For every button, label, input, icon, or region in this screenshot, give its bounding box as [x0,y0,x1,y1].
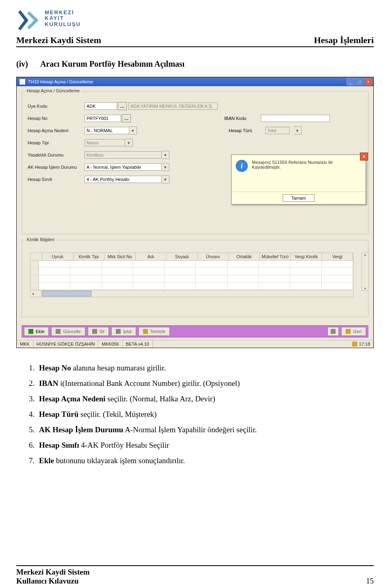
chevron-down-icon[interactable]: ▾ [294,126,301,135]
lookup-hesap-no-button[interactable]: … [122,114,131,122]
step-item: Hesap No alanına hesap numarası girilir. [37,360,374,376]
chevron-down-icon[interactable]: ▾ [162,163,169,171]
window-title: TH10 Hesap Açma / Güncelleme [28,79,93,84]
horizontal-scrollbar[interactable]: ◂ [30,290,353,297]
page-header-bar: Merkezi Kaydi Sistem Hesap İşlemleri [16,35,374,47]
section-number: (iv) [16,59,28,69]
select-hesap-tipi[interactable]: Nama [84,139,125,146]
label-hesap-no: Hesap No [28,116,84,121]
label-uye-kodu: Üye Kodu [28,104,84,109]
footer-line1: Merkezi Kaydi Sistem [16,568,89,577]
temizle-button[interactable]: Temizle [139,327,170,336]
grid-header: Adı [136,253,167,261]
grid-header: Ünvanı [198,253,229,261]
svg-marker-1 [27,11,39,29]
grid-header: Vergi [322,253,353,261]
label-yasaklilik: Yasaklılık Durumu [28,152,84,157]
status-cell: MKK056 [98,340,122,348]
sil-button[interactable]: Sil [88,327,109,336]
label-ak-islem: AK Hesap İşlem Durumu [28,165,84,170]
grid-header-row: Uyruk Kimlik Tipi Mkk Sicil No Adı Soyad… [30,253,353,261]
refresh-icon [56,329,61,334]
select-hesap-sinifi[interactable]: 4 - AK Portföy Hesabı [84,176,162,183]
input-hesap-no[interactable]: PRTFY001 [84,115,121,122]
close-button[interactable]: × [364,78,373,85]
brand-logo [16,8,41,33]
fieldset-legend: Hesap Açma / Güncelleme [25,88,81,93]
grid-header: Mükellef Türü [260,253,291,261]
section-heading: (iv) Aracı Kurum Portföy Hesabının Açılm… [16,59,374,69]
action-bar: Ekle Güncelle Sil İptal Temizle Geri [22,325,368,338]
grid-header: Mkk Sicil No [104,253,136,261]
print-button[interactable] [327,327,339,336]
svg-marker-0 [18,10,28,30]
grid-row[interactable] [30,283,353,290]
footer-line2: Kullanıcı Kılavuzu [16,577,89,586]
grid-row[interactable] [30,275,353,283]
iptal-button[interactable]: İptal [111,327,136,336]
brand-line1: MERKEZİ [45,10,81,15]
step-item: Ekle butonunu tıklayarak işlem sonuçland… [37,453,374,468]
step-item: Hesap Açma Nedeni seçilir. (Normal, Halk… [37,391,374,407]
chevron-down-icon[interactable]: ▾ [162,175,169,183]
grid-header: Soyadı [167,253,198,261]
popup-ok-button[interactable]: Tamam [283,194,314,202]
window-titlebar: TH10 Hesap Açma / Güncelleme _ □ × [17,77,373,86]
chevron-down-icon[interactable]: ▾ [162,151,169,159]
lock-icon [352,342,357,346]
input-uye-kodu[interactable]: ADK [84,102,117,110]
label-hesap-tipi: Hesap Tipi [28,140,84,145]
maximize-button[interactable]: □ [355,78,364,85]
label-hesap-acma-nedeni: Hesap Açma Nedeni [28,128,84,133]
page-number: 15 [366,577,374,586]
status-time: 17:18 [349,340,373,348]
chevron-down-icon[interactable]: ▾ [129,126,137,135]
step-item: IBAN i(International Bank Account Number… [37,376,374,391]
status-cell [153,340,349,348]
ekle-button[interactable]: Ekle [24,327,49,336]
select-hesap-turu[interactable]: Tekil [265,127,290,134]
label-iban-kodu: IBAN Kodu [224,116,257,121]
vertical-scrollbar[interactable]: ▴▾ [362,253,369,291]
app-window: TH10 Hesap Açma / Güncelleme _ □ × Hesap… [16,77,374,348]
geri-button[interactable]: Geri [341,327,366,336]
print-icon [331,329,336,334]
page-footer: Merkezi Kaydi Sistem Kullanıcı Kılavuzu … [16,565,374,586]
delete-icon [92,329,97,334]
label-hesap-turu: Hesap Türü [229,128,261,133]
grid-row[interactable] [30,261,353,268]
select-hesap-acma-nedeni[interactable]: N - NORMAL [84,127,129,134]
popup-close-button[interactable]: × [360,152,368,161]
info-icon: i [236,160,248,172]
clear-icon [143,329,148,334]
grid-corner [30,253,42,261]
steps-list: Hesap No alanına hesap numarası girilir.… [37,360,374,468]
brand-line2: KAYIT [45,15,81,21]
brand-line3: KURULUŞU [45,22,81,27]
select-ak-islem[interactable]: A - Normal, İşlem Yapılabilir [84,163,162,171]
grid-header: Uyruk [42,253,74,261]
step-item: Hesap Türü seçilir. (Tekil, Müşterek) [37,407,374,422]
chevron-down-icon[interactable]: ▾ [125,139,133,147]
back-icon [346,329,351,334]
header-right: Hesap İşlemleri [314,35,374,46]
cancel-icon [116,329,121,334]
lookup-uye-kodu-button[interactable]: … [118,102,127,110]
app-icon [19,78,26,85]
display-uye-adi: ADA YATIRIM MENKUL DEĞERLER A.Ş. [128,102,218,110]
select-yasaklilik[interactable]: Kimliksiz [84,151,162,159]
minimize-button[interactable]: _ [347,78,355,85]
brand-header: MERKEZİ KAYIT KURULUŞU [16,8,374,33]
add-icon [28,329,33,334]
input-iban-kodu[interactable] [261,115,330,122]
grid-header: Kimlik Tipi [74,253,105,261]
grid-row[interactable] [30,268,353,275]
section-title: Aracı Kurum Portföy Hesabının Açılması [40,59,185,69]
guncelle-button[interactable]: Güncelle [51,327,85,336]
grid-header: Vergi Kimlik [291,253,322,261]
brand-text: MERKEZİ KAYIT KURULUŞU [45,10,81,27]
header-left: Merkezi Kaydi Sistem [16,35,101,46]
label-hesap-sinifi: Hesap Sınıfı [28,177,84,182]
fieldset2-legend: Kimlik Bilgileri [25,237,56,242]
step-item: Hesap Sınıfı 4-AK Portföy Hesabı Seçilir [37,438,374,453]
